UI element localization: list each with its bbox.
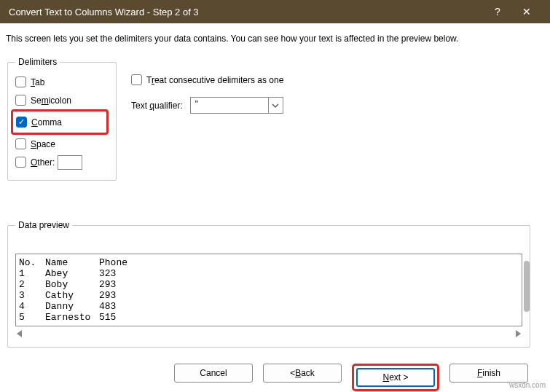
checkbox-icon — [15, 157, 26, 168]
titlebar: Convert Text to Columns Wizard - Step 2 … — [0, 0, 550, 23]
text-qualifier-value: " — [191, 98, 268, 113]
table-row: 1Abey323 — [19, 268, 522, 279]
delimiter-options: Treat consecutive delimiters as one Text… — [118, 44, 283, 114]
vertical-scrollbar[interactable] — [524, 261, 530, 312]
col-header-phone: Phone — [99, 257, 157, 268]
delimiters-legend: Delimiters — [15, 57, 60, 67]
delimiter-other[interactable]: Other: — [15, 153, 109, 171]
table-row: 4Danny483 — [19, 301, 522, 312]
scroll-left-icon — [17, 330, 22, 337]
col-header-name: Name — [45, 257, 99, 268]
highlight-next: Next > — [352, 364, 439, 391]
chevron-down-icon — [268, 98, 283, 113]
dialog-footer: Cancel < Back Next > Finish — [6, 355, 540, 391]
back-button[interactable]: < Back — [263, 364, 342, 383]
scroll-right-icon — [516, 330, 521, 337]
next-button[interactable]: Next > — [356, 368, 435, 387]
window-title: Convert Text to Columns Wizard - Step 2 … — [9, 7, 483, 17]
checkbox-checked-icon: ✓ — [16, 117, 27, 128]
table-row: 5Earnesto515 — [19, 312, 522, 323]
data-preview-legend: Data preview — [15, 220, 72, 230]
treat-consecutive[interactable]: Treat consecutive delimiters as one — [131, 74, 283, 85]
delimiter-space[interactable]: Space — [15, 135, 109, 153]
watermark: wsxdn.com — [509, 381, 546, 389]
checkbox-icon — [15, 138, 26, 149]
col-header-no: No. — [19, 257, 45, 268]
table-row: 3Cathy293 — [19, 290, 522, 301]
other-delimiter-input[interactable] — [58, 155, 82, 170]
text-qualifier-row: Text qualifier: " — [131, 97, 283, 114]
checkbox-icon — [15, 95, 26, 106]
delimiter-tab[interactable]: Tab — [15, 73, 109, 91]
text-qualifier-select[interactable]: " — [190, 97, 283, 114]
table-header-row: No. Name Phone — [19, 257, 522, 268]
checkbox-icon — [131, 74, 142, 85]
delimiter-semicolon[interactable]: Semicolon — [15, 91, 109, 109]
delimiter-comma[interactable]: ✓ Comma — [16, 113, 103, 131]
close-icon[interactable]: ✕ — [512, 6, 541, 17]
data-preview-area: No. Name Phone 1Abey323 2Boby293 3Cathy2… — [15, 254, 522, 326]
data-preview-group: Data preview No. Name Phone 1Abey323 2Bo… — [7, 220, 530, 348]
cancel-button[interactable]: Cancel — [174, 364, 253, 383]
dialog-content: This screen lets you set the delimiters … — [0, 23, 550, 392]
highlight-comma: ✓ Comma — [11, 109, 109, 135]
text-qualifier-label: Text qualifier: — [131, 101, 183, 111]
horizontal-scrollbar[interactable] — [15, 328, 522, 340]
help-icon[interactable]: ? — [483, 6, 512, 17]
delimiters-group: Delimiters Tab Semicolon ✓ Comma Space — [7, 57, 117, 181]
description-text: This screen lets you set the delimiters … — [6, 34, 540, 44]
table-row: 2Boby293 — [19, 279, 522, 290]
checkbox-icon — [15, 77, 26, 87]
finish-button[interactable]: Finish — [449, 364, 528, 383]
